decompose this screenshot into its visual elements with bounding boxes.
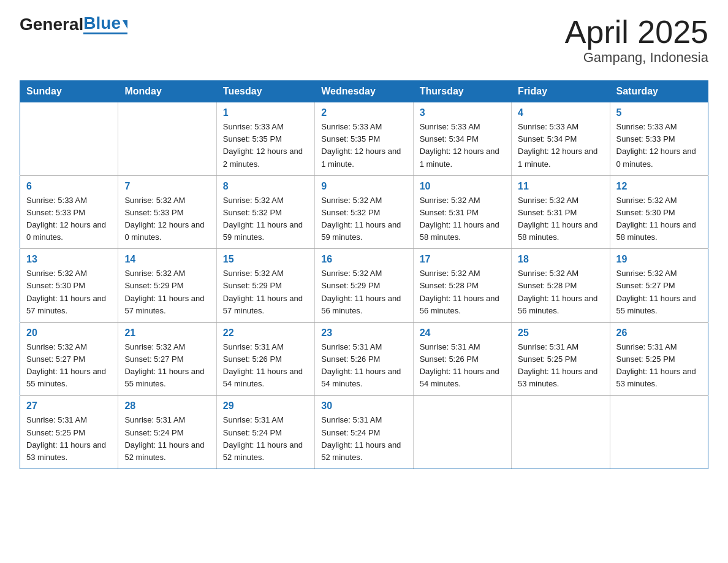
day-number: 3 <box>420 107 505 118</box>
day-info: Sunrise: 5:32 AMSunset: 5:30 PMDaylight:… <box>26 267 112 317</box>
weekday-header-thursday: Thursday <box>413 81 511 102</box>
day-number: 5 <box>616 107 702 118</box>
page-subtitle: Gampang, Indonesia <box>565 50 708 66</box>
day-info: Sunrise: 5:32 AMSunset: 5:29 PMDaylight:… <box>321 267 406 317</box>
table-row: 4Sunrise: 5:33 AMSunset: 5:34 PMDaylight… <box>512 102 610 176</box>
weekday-header-row: SundayMondayTuesdayWednesdayThursdayFrid… <box>20 81 708 102</box>
table-row: 20Sunrise: 5:32 AMSunset: 5:27 PMDayligh… <box>20 322 118 396</box>
day-number: 8 <box>223 181 308 192</box>
table-row: 17Sunrise: 5:32 AMSunset: 5:28 PMDayligh… <box>413 249 511 323</box>
table-row: 21Sunrise: 5:32 AMSunset: 5:27 PMDayligh… <box>118 322 216 396</box>
table-row: 6Sunrise: 5:33 AMSunset: 5:33 PMDaylight… <box>20 175 118 249</box>
logo: General Blue <box>20 15 127 34</box>
calendar-week-2: 6Sunrise: 5:33 AMSunset: 5:33 PMDaylight… <box>20 175 708 249</box>
day-info: Sunrise: 5:32 AMSunset: 5:28 PMDaylight:… <box>518 267 603 317</box>
table-row: 2Sunrise: 5:33 AMSunset: 5:35 PMDaylight… <box>315 102 413 176</box>
day-number: 23 <box>321 327 406 339</box>
day-number: 6 <box>26 181 112 192</box>
table-row: 14Sunrise: 5:32 AMSunset: 5:29 PMDayligh… <box>118 249 216 323</box>
day-info: Sunrise: 5:33 AMSunset: 5:34 PMDaylight:… <box>518 121 603 170</box>
day-number: 28 <box>124 400 210 412</box>
day-info: Sunrise: 5:32 AMSunset: 5:27 PMDaylight:… <box>124 341 210 391</box>
calendar-week-5: 27Sunrise: 5:31 AMSunset: 5:25 PMDayligh… <box>20 396 708 469</box>
weekday-header-monday: Monday <box>118 81 216 102</box>
table-row: 12Sunrise: 5:32 AMSunset: 5:30 PMDayligh… <box>610 175 708 249</box>
weekday-header-saturday: Saturday <box>610 81 708 102</box>
day-info: Sunrise: 5:32 AMSunset: 5:33 PMDaylight:… <box>124 194 210 244</box>
day-info: Sunrise: 5:32 AMSunset: 5:31 PMDaylight:… <box>420 194 505 244</box>
day-number: 21 <box>124 327 210 339</box>
day-number: 18 <box>518 254 603 265</box>
table-row: 13Sunrise: 5:32 AMSunset: 5:30 PMDayligh… <box>20 249 118 323</box>
day-info: Sunrise: 5:33 AMSunset: 5:35 PMDaylight:… <box>321 121 406 170</box>
day-info: Sunrise: 5:32 AMSunset: 5:29 PMDaylight:… <box>223 267 308 317</box>
table-row: 9Sunrise: 5:32 AMSunset: 5:32 PMDaylight… <box>315 175 413 249</box>
day-info: Sunrise: 5:33 AMSunset: 5:35 PMDaylight:… <box>223 121 308 170</box>
table-row: 1Sunrise: 5:33 AMSunset: 5:35 PMDaylight… <box>216 102 314 176</box>
calendar-table: SundayMondayTuesdayWednesdayThursdayFrid… <box>20 80 708 469</box>
calendar-week-1: 1Sunrise: 5:33 AMSunset: 5:35 PMDaylight… <box>20 102 708 176</box>
day-number: 30 <box>321 400 406 412</box>
day-number: 11 <box>518 181 603 192</box>
day-number: 15 <box>223 254 308 265</box>
table-row: 30Sunrise: 5:31 AMSunset: 5:24 PMDayligh… <box>315 396 413 469</box>
day-info: Sunrise: 5:32 AMSunset: 5:32 PMDaylight:… <box>321 194 406 244</box>
day-number: 17 <box>420 254 505 265</box>
day-info: Sunrise: 5:32 AMSunset: 5:28 PMDaylight:… <box>420 267 505 317</box>
table-row <box>413 396 511 469</box>
day-info: Sunrise: 5:31 AMSunset: 5:24 PMDaylight:… <box>321 414 406 464</box>
day-info: Sunrise: 5:33 AMSunset: 5:33 PMDaylight:… <box>616 121 702 170</box>
page-title: April 2025 <box>565 15 708 50</box>
table-row: 5Sunrise: 5:33 AMSunset: 5:33 PMDaylight… <box>610 102 708 176</box>
table-row: 26Sunrise: 5:31 AMSunset: 5:25 PMDayligh… <box>610 322 708 396</box>
day-info: Sunrise: 5:31 AMSunset: 5:25 PMDaylight:… <box>616 341 702 391</box>
page-header: General Blue April 2025 Gampang, Indones… <box>20 15 708 66</box>
logo-blue-part: Blue <box>83 15 127 34</box>
table-row: 18Sunrise: 5:32 AMSunset: 5:28 PMDayligh… <box>512 249 610 323</box>
table-row: 8Sunrise: 5:32 AMSunset: 5:32 PMDaylight… <box>216 175 314 249</box>
day-number: 12 <box>616 181 702 192</box>
table-row: 3Sunrise: 5:33 AMSunset: 5:34 PMDaylight… <box>413 102 511 176</box>
day-number: 19 <box>616 254 702 265</box>
day-number: 24 <box>420 327 505 339</box>
calendar-week-3: 13Sunrise: 5:32 AMSunset: 5:30 PMDayligh… <box>20 249 708 323</box>
day-number: 29 <box>223 400 308 412</box>
table-row <box>118 102 216 176</box>
table-row <box>20 102 118 176</box>
day-info: Sunrise: 5:31 AMSunset: 5:25 PMDaylight:… <box>26 414 112 464</box>
day-info: Sunrise: 5:32 AMSunset: 5:27 PMDaylight:… <box>26 341 112 391</box>
day-number: 13 <box>26 254 112 265</box>
table-row: 7Sunrise: 5:32 AMSunset: 5:33 PMDaylight… <box>118 175 216 249</box>
day-info: Sunrise: 5:31 AMSunset: 5:26 PMDaylight:… <box>223 341 308 391</box>
weekday-header-wednesday: Wednesday <box>315 81 413 102</box>
day-info: Sunrise: 5:33 AMSunset: 5:34 PMDaylight:… <box>420 121 505 170</box>
table-row: 11Sunrise: 5:32 AMSunset: 5:31 PMDayligh… <box>512 175 610 249</box>
day-number: 27 <box>26 400 112 412</box>
weekday-header-tuesday: Tuesday <box>216 81 314 102</box>
table-row: 22Sunrise: 5:31 AMSunset: 5:26 PMDayligh… <box>216 322 314 396</box>
day-number: 9 <box>321 181 406 192</box>
day-info: Sunrise: 5:33 AMSunset: 5:33 PMDaylight:… <box>26 194 112 244</box>
table-row: 29Sunrise: 5:31 AMSunset: 5:24 PMDayligh… <box>216 396 314 469</box>
table-row <box>610 396 708 469</box>
table-row: 16Sunrise: 5:32 AMSunset: 5:29 PMDayligh… <box>315 249 413 323</box>
weekday-header-sunday: Sunday <box>20 81 118 102</box>
day-info: Sunrise: 5:31 AMSunset: 5:24 PMDaylight:… <box>223 414 308 464</box>
weekday-header-friday: Friday <box>512 81 610 102</box>
day-number: 2 <box>321 107 406 118</box>
table-row: 10Sunrise: 5:32 AMSunset: 5:31 PMDayligh… <box>413 175 511 249</box>
day-info: Sunrise: 5:32 AMSunset: 5:27 PMDaylight:… <box>616 267 702 317</box>
table-row: 28Sunrise: 5:31 AMSunset: 5:24 PMDayligh… <box>118 396 216 469</box>
table-row: 25Sunrise: 5:31 AMSunset: 5:25 PMDayligh… <box>512 322 610 396</box>
day-info: Sunrise: 5:31 AMSunset: 5:24 PMDaylight:… <box>124 414 210 464</box>
day-number: 22 <box>223 327 308 339</box>
day-number: 20 <box>26 327 112 339</box>
calendar-week-4: 20Sunrise: 5:32 AMSunset: 5:27 PMDayligh… <box>20 322 708 396</box>
day-info: Sunrise: 5:32 AMSunset: 5:29 PMDaylight:… <box>124 267 210 317</box>
day-info: Sunrise: 5:32 AMSunset: 5:32 PMDaylight:… <box>223 194 308 244</box>
logo-general-text: General <box>20 15 83 34</box>
logo-chevron-icon <box>123 20 127 29</box>
table-row <box>512 396 610 469</box>
day-number: 7 <box>124 181 210 192</box>
table-row: 15Sunrise: 5:32 AMSunset: 5:29 PMDayligh… <box>216 249 314 323</box>
